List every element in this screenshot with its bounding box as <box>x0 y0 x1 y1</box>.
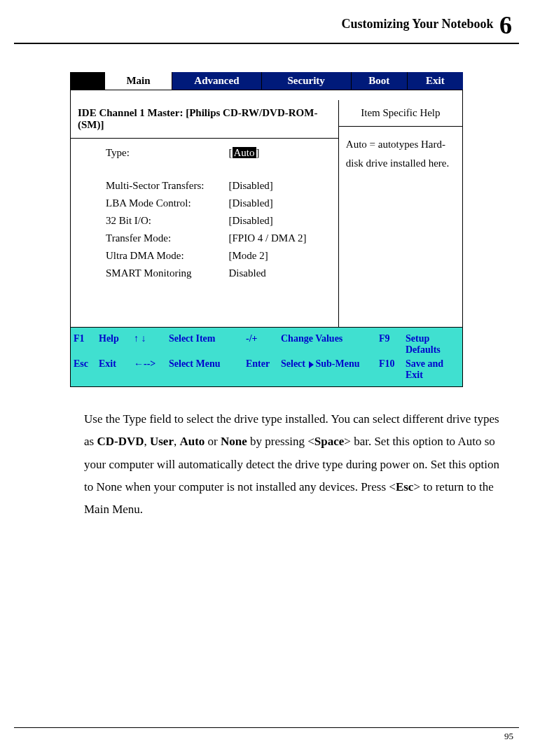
setting-row[interactable]: Multi-Sector Transfers: [Disabled] <box>106 180 331 192</box>
page-footer: 95 <box>14 722 519 742</box>
key-bar: F1 Help ↑ ↓ Select Item -/+ Change Value… <box>70 328 463 387</box>
arrow-left-right-icon: ←--> <box>134 358 169 381</box>
setting-value: [FPIO 4 / DMA 2] <box>229 232 331 244</box>
setting-row[interactable]: Type: [Auto] <box>106 147 331 159</box>
chapter-number: 6 <box>499 11 512 39</box>
key-row-1: F1 Help ↑ ↓ Select Item -/+ Change Value… <box>74 332 459 357</box>
page-number: 95 <box>14 731 519 742</box>
tab-main[interactable]: Main <box>105 72 172 90</box>
bios-content: IDE Channel 1 Master: [Philips CD-RW/DVD… <box>70 100 463 328</box>
setting-row[interactable]: Transfer Mode: [FPIO 4 / DMA 2] <box>106 232 331 244</box>
setting-value: [Auto] <box>229 147 331 159</box>
triangle-right-icon <box>309 361 314 368</box>
key-esc: Esc <box>74 358 99 381</box>
setting-label: Multi-Sector Transfers: <box>106 180 229 192</box>
setting-label: 32 Bit I/O: <box>106 215 229 227</box>
action-select-submenu: Select Sub-Menu <box>281 358 379 381</box>
setting-row[interactable]: 32 Bit I/O: [Disabled] <box>106 215 331 227</box>
tab-boot[interactable]: Boot <box>352 72 408 90</box>
setting-row[interactable]: LBA Mode Control: [Disabled] <box>106 197 331 209</box>
bios-left-pane: IDE Channel 1 Master: [Philips CD-RW/DVD… <box>71 100 339 327</box>
key-enter: Enter <box>246 358 281 381</box>
help-body: Auto = autotypes Hard-disk drive install… <box>339 127 462 181</box>
key-f1: F1 <box>74 333 99 356</box>
action-select-menu: Select Menu <box>169 358 246 381</box>
action-help: Help <box>99 333 134 356</box>
setting-label: Transfer Mode: <box>106 232 229 244</box>
settings-list: Type: [Auto] Multi-Sector Transfers: [Di… <box>71 139 338 327</box>
setting-label: SMART Monitoring <box>106 267 229 279</box>
header-title: Customizing Your Notebook <box>341 17 493 31</box>
bios-tabs: Main Advanced Security Boot Exit <box>70 72 463 90</box>
tab-advanced[interactable]: Advanced <box>172 72 262 90</box>
ide-channel-title: IDE Channel 1 Master: [Philips CD-RW/DVD… <box>71 100 338 139</box>
key-plus-minus: -/+ <box>246 333 281 356</box>
setting-label: Type: <box>106 147 229 159</box>
setting-value: [Disabled] <box>229 215 331 227</box>
action-save-exit: Save and Exit <box>406 358 459 381</box>
body-paragraph: Use the Type field to select the drive t… <box>84 408 505 521</box>
action-select-item: Select Item <box>169 333 246 356</box>
setting-value: Disabled <box>229 267 331 279</box>
auto-highlight: Auto <box>233 147 256 158</box>
header-rule <box>14 43 519 44</box>
tabs-divider <box>70 90 463 100</box>
setting-row[interactable]: Ultra DMA Mode: [Mode 2] <box>106 250 331 262</box>
action-setup-defaults: Setup Defaults <box>406 333 459 356</box>
action-exit: Exit <box>99 358 134 381</box>
bios-help-pane: Item Specific Help Auto = autotypes Hard… <box>339 100 462 327</box>
footer-rule <box>14 727 519 728</box>
setting-label: LBA Mode Control: <box>106 197 229 209</box>
setting-label: Ultra DMA Mode: <box>106 250 229 262</box>
setting-row[interactable]: SMART Monitoring Disabled <box>106 267 331 279</box>
setting-value: [Mode 2] <box>229 250 331 262</box>
help-title: Item Specific Help <box>339 100 462 127</box>
tab-exit[interactable]: Exit <box>408 72 463 90</box>
setting-value: [Disabled] <box>229 197 331 209</box>
tab-spacer <box>70 72 105 90</box>
bios-screen: Main Advanced Security Boot Exit IDE Cha… <box>70 72 463 387</box>
key-f9: F9 <box>379 333 406 356</box>
action-change-values: Change Values <box>281 333 379 356</box>
arrow-up-down-icon: ↑ ↓ <box>134 333 169 356</box>
setting-value: [Disabled] <box>229 180 331 192</box>
tab-security[interactable]: Security <box>262 72 352 90</box>
page-header: Customizing Your Notebook 6 <box>14 10 519 40</box>
key-f10: F10 <box>379 358 406 381</box>
ide-channel-title-text: IDE Channel 1 Master: [Philips CD-RW/DVD… <box>78 107 317 130</box>
key-row-2: Esc Exit ←--> Select Menu Enter Select S… <box>74 357 459 382</box>
